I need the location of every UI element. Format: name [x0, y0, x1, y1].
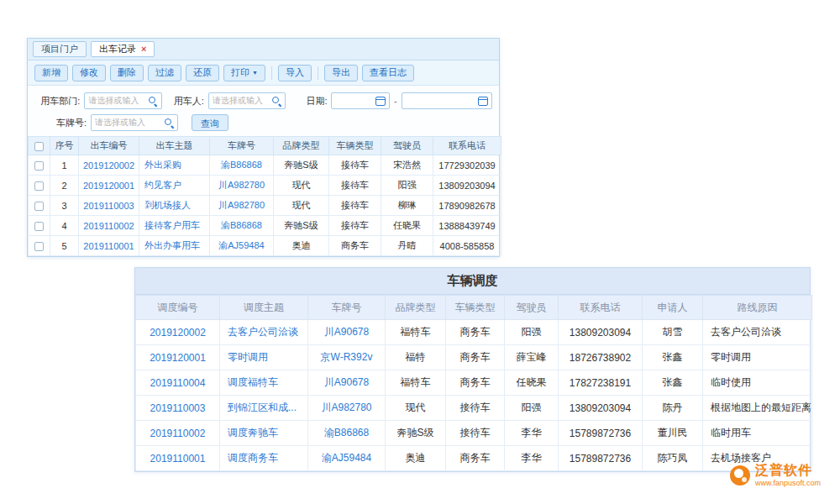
- calendar-icon[interactable]: [478, 97, 488, 106]
- column-header-reason: 路线原因: [703, 296, 812, 320]
- record-id-link[interactable]: 2019110001: [83, 241, 134, 251]
- driver-cell: 任晓果: [381, 216, 433, 236]
- row-checkbox[interactable]: [34, 161, 44, 171]
- date-to-input[interactable]: [402, 92, 492, 109]
- dispatch-subject-link[interactable]: 零时调用: [228, 351, 268, 363]
- tab-dispatch-records[interactable]: 出车记录 ×: [91, 41, 155, 57]
- column-header-subject: 调度主题: [220, 296, 308, 320]
- record-id-link[interactable]: 2019110002: [83, 221, 134, 231]
- brand-cell: 奥迪: [386, 446, 446, 471]
- row-number: 2: [50, 176, 79, 196]
- dept-select-input[interactable]: 请选择或输入: [84, 92, 161, 109]
- row-checkbox[interactable]: [34, 202, 44, 211]
- reason-cell: 根据地图上的最短距离，从...: [703, 396, 812, 421]
- record-id-link[interactable]: 2019120001: [83, 181, 134, 191]
- plate-link[interactable]: 京W-R392v: [321, 351, 373, 363]
- tab-project-portal[interactable]: 项目门户: [33, 41, 87, 57]
- table-row: 2019120001 零时调用 京W-R392v 福特 商务车 薛宝峰 1872…: [136, 345, 812, 370]
- dispatch-id-link[interactable]: 2019110004: [150, 377, 206, 389]
- dispatch-subject-link[interactable]: 调度商务车: [228, 452, 278, 464]
- record-id-link[interactable]: 2019120002: [83, 160, 134, 171]
- dispatch-subject-link[interactable]: 到锦江区和成...: [228, 402, 297, 413]
- brand-cell: 现代: [274, 196, 329, 216]
- select-all-header: [29, 137, 50, 155]
- add-button[interactable]: 新增: [34, 65, 68, 81]
- search-icon[interactable]: [164, 118, 174, 128]
- record-subject-link[interactable]: 外出办事用车: [144, 240, 200, 250]
- phone-cell: 18726738902: [559, 345, 643, 370]
- plate-link[interactable]: 川A982780: [218, 200, 265, 210]
- type-cell: 商务车: [446, 320, 505, 345]
- restore-button[interactable]: 还原: [186, 65, 219, 81]
- edit-button[interactable]: 修改: [72, 65, 106, 81]
- search-icon[interactable]: [271, 96, 281, 106]
- column-header-no[interactable]: 序号: [50, 137, 79, 155]
- type-cell: 接待车: [446, 396, 505, 421]
- plate-select-input[interactable]: 请选择或输入: [91, 114, 178, 131]
- close-icon[interactable]: ×: [141, 45, 146, 54]
- calendar-icon[interactable]: [375, 97, 386, 106]
- column-header-type[interactable]: 车辆类型: [329, 137, 381, 155]
- table-row: 2019110002 调度奔驰车 渝B86868 奔驰S级 接待车 李华 157…: [136, 421, 812, 446]
- column-header-driver[interactable]: 驾驶员: [381, 137, 433, 155]
- phone-cell: 13809203094: [559, 320, 643, 345]
- search-icon[interactable]: [148, 96, 158, 106]
- toolbar-divider: [318, 66, 318, 80]
- select-all-checkbox[interactable]: [34, 142, 44, 151]
- view-log-button[interactable]: 查看日志: [362, 65, 414, 81]
- dispatch-id-link[interactable]: 2019120002: [150, 327, 206, 339]
- filter-button[interactable]: 过滤: [148, 65, 181, 81]
- column-header-phone[interactable]: 联系电话: [433, 137, 501, 155]
- type-cell: 接待车: [329, 176, 381, 196]
- row-number: 3: [50, 196, 79, 216]
- plate-link[interactable]: 川A982780: [218, 180, 265, 190]
- plate-link[interactable]: 渝AJ59484: [218, 240, 264, 250]
- record-subject-link[interactable]: 到机场接人: [144, 200, 191, 210]
- dispatch-id-link[interactable]: 2019110001: [150, 453, 206, 465]
- print-button[interactable]: 打印 ▼: [223, 65, 265, 81]
- table-row: 2019110003 到锦江区和成... 川A982780 现代 接待车 阳强 …: [136, 396, 812, 421]
- tab-label: 出车记录: [99, 43, 136, 55]
- dispatch-subject-link[interactable]: 调度福特车: [228, 376, 278, 388]
- export-button[interactable]: 导出: [324, 65, 358, 81]
- plate-link[interactable]: 川A982780: [321, 402, 371, 413]
- record-subject-link[interactable]: 约见客户: [144, 180, 181, 190]
- plate-link[interactable]: 川A90678: [324, 376, 369, 388]
- phone-cell: 17890982678: [433, 196, 501, 216]
- dispatch-id-link[interactable]: 2019120001: [150, 352, 206, 364]
- brand-cell: 奥迪: [274, 236, 329, 256]
- date-separator: -: [394, 96, 397, 106]
- row-checkbox[interactable]: [34, 181, 44, 191]
- plate-link[interactable]: 渝AJ59484: [322, 452, 371, 464]
- row-checkbox[interactable]: [34, 222, 44, 231]
- driver-cell: 丹晴: [381, 236, 433, 256]
- table-row: 1 2019120002 外出采购 渝B86868 奔驰S级 接待车 宋浩然 1…: [29, 155, 501, 176]
- type-cell: 接待车: [329, 196, 381, 216]
- record-subject-link[interactable]: 接待客户用车: [144, 220, 200, 230]
- driver-cell: 任晓果: [505, 370, 559, 396]
- column-header-id[interactable]: 出车编号: [79, 137, 139, 155]
- brand-cell: 现代: [386, 396, 446, 421]
- row-number: 5: [50, 236, 79, 256]
- query-button[interactable]: 查询: [192, 114, 228, 131]
- import-button[interactable]: 导入: [278, 65, 312, 81]
- record-subject-link[interactable]: 外出采购: [144, 160, 181, 170]
- user-select-input[interactable]: 请选择或输入: [208, 92, 286, 109]
- dispatch-subject-link[interactable]: 调度奔驰车: [228, 427, 278, 438]
- plate-link[interactable]: 川A90678: [324, 326, 369, 338]
- plate-link[interactable]: 渝B86868: [221, 160, 262, 170]
- dispatch-id-link[interactable]: 2019110003: [150, 402, 206, 414]
- delete-button[interactable]: 删除: [110, 65, 144, 81]
- date-from-input[interactable]: [331, 92, 390, 109]
- plate-link[interactable]: 渝B86868: [324, 427, 369, 438]
- column-header-plate[interactable]: 车牌号: [210, 137, 274, 155]
- column-header-subject[interactable]: 出车主题: [139, 137, 210, 155]
- dispatch-subject-link[interactable]: 去客户公司洽谈: [228, 326, 298, 338]
- row-checkbox[interactable]: [34, 242, 44, 251]
- fanpu-logo-icon: [730, 465, 750, 486]
- record-id-link[interactable]: 2019110003: [83, 201, 134, 211]
- plate-link[interactable]: 渝B86868: [221, 220, 262, 230]
- table-row: 2019110004 调度福特车 川A90678 福特车 商务车 任晓果 178…: [136, 370, 812, 396]
- column-header-brand[interactable]: 品牌类型: [274, 137, 329, 155]
- dispatch-id-link[interactable]: 2019110002: [150, 428, 206, 439]
